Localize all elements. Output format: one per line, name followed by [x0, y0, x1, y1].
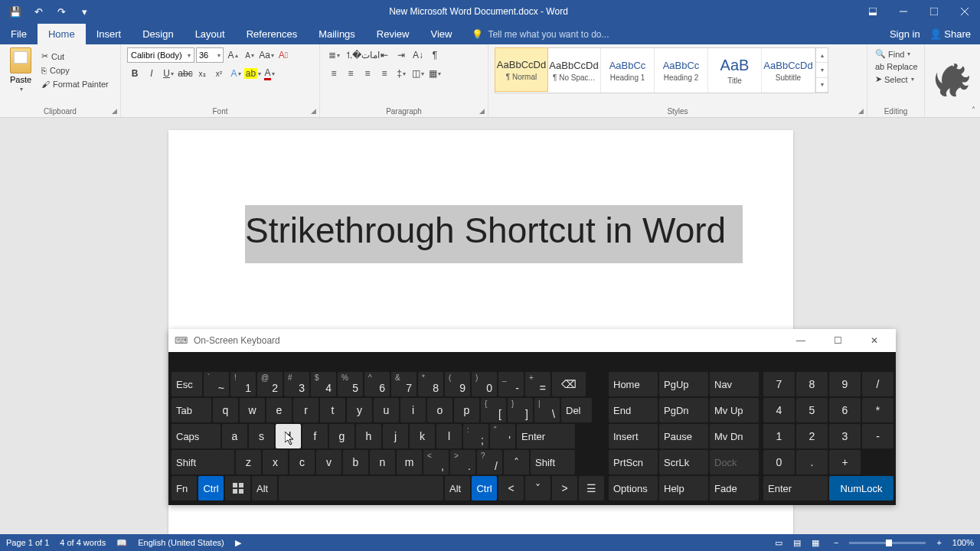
tab-insert[interactable]: Insert	[86, 24, 132, 44]
language-status[interactable]: English (United States)	[138, 538, 224, 547]
key-~[interactable]: `~	[204, 372, 229, 396]
key-space[interactable]	[279, 476, 443, 500]
key-caps[interactable]: Caps	[172, 424, 220, 448]
key-2[interactable]: @2	[257, 372, 283, 396]
key-g[interactable]: g	[329, 424, 354, 448]
line-spacing-button[interactable]: ‡▾	[394, 66, 409, 81]
styles-launcher[interactable]: ◢	[858, 107, 864, 115]
print-layout-button[interactable]: ▤	[789, 536, 805, 549]
share-button[interactable]: 👤 Share	[929, 28, 971, 40]
key-j[interactable]: j	[383, 424, 408, 448]
key-][interactable]: }]	[508, 398, 533, 422]
bullet-list-button[interactable]: ≣▾	[326, 47, 341, 63]
key-p[interactable]: p	[454, 398, 479, 422]
tab-view[interactable]: View	[420, 24, 462, 44]
key-right[interactable]: >	[552, 476, 577, 500]
style---normal[interactable]: AaBbCcDd¶ Normal	[495, 47, 548, 92]
key-num-.[interactable]: .	[796, 450, 828, 474]
key-options[interactable]: Options	[609, 476, 658, 500]
text-effects-button[interactable]: A▾	[228, 66, 243, 81]
key-backspace[interactable]: ⌫	[552, 372, 586, 396]
osk-close[interactable]: ✕	[859, 329, 890, 352]
key-;[interactable]: :;	[463, 424, 488, 448]
maximize-button[interactable]	[919, 0, 949, 23]
find-button[interactable]: 🔍Find▾	[874, 47, 918, 60]
web-layout-button[interactable]: ▦	[808, 536, 823, 549]
underline-button[interactable]: U▾	[161, 66, 176, 81]
sort-button[interactable]: A↓	[410, 47, 426, 63]
key-5[interactable]: %5	[338, 372, 363, 396]
qat-undo[interactable]: ↶	[29, 2, 47, 21]
key-num-0[interactable]: 0	[763, 450, 795, 474]
style-subtitle[interactable]: AaBbCcDdSubtitle	[762, 48, 815, 93]
macro-icon[interactable]: ▶	[235, 538, 241, 548]
align-right-button[interactable]: ≡	[360, 66, 375, 81]
key-/[interactable]: ?/	[477, 450, 502, 474]
copy-button[interactable]: ⎘Copy	[38, 64, 112, 77]
minimize-button[interactable]	[888, 0, 919, 23]
select-button[interactable]: ➤Select▾	[874, 73, 918, 86]
tab-layout[interactable]: Layout	[185, 24, 236, 44]
key-y[interactable]: y	[347, 398, 372, 422]
key-help[interactable]: Help	[659, 476, 708, 500]
key-t[interactable]: t	[320, 398, 345, 422]
gallery-up[interactable]: ▴	[816, 48, 828, 63]
key-shift-r[interactable]: Shift	[531, 450, 575, 474]
read-mode-button[interactable]: ▭	[771, 536, 786, 549]
ribbon-display-options-icon[interactable]	[858, 0, 888, 23]
key-insert[interactable]: Insert	[609, 424, 658, 448]
replace-button[interactable]: abReplace	[874, 60, 918, 73]
key-n[interactable]: n	[370, 450, 395, 474]
key-l[interactable]: l	[436, 424, 462, 448]
key-k[interactable]: k	[410, 424, 435, 448]
tab-home[interactable]: Home	[38, 24, 86, 44]
format-painter-button[interactable]: 🖌Format Painter	[38, 78, 112, 90]
strikethrough-button[interactable]: abc	[178, 66, 193, 81]
italic-button[interactable]: I	[144, 66, 159, 81]
key-'[interactable]: "'	[490, 424, 515, 448]
key-left[interactable]: <	[498, 476, 524, 500]
key-m[interactable]: m	[397, 450, 422, 474]
key-num-+[interactable]: +	[829, 450, 861, 474]
font-name-combo[interactable]: Calibri (Body)▾	[127, 47, 194, 63]
key-0[interactable]: )0	[472, 372, 497, 396]
font-launcher[interactable]: ◢	[311, 107, 316, 115]
key-d[interactable]: d	[276, 424, 301, 448]
key-shift-l[interactable]: Shift	[172, 450, 234, 474]
highlight-button[interactable]: ab▾	[245, 66, 260, 81]
key-del[interactable]: Del	[561, 398, 592, 422]
font-size-combo[interactable]: 36▾	[196, 47, 224, 63]
bold-button[interactable]: B	[127, 66, 142, 81]
shading-button[interactable]: ◫▾	[410, 66, 426, 81]
key-scrlk[interactable]: ScrLk	[659, 450, 708, 474]
sign-in-link[interactable]: Sign in	[890, 28, 920, 40]
key-pgup[interactable]: PgUp	[659, 372, 708, 396]
key-num-/[interactable]: /	[862, 372, 893, 396]
key-enter[interactable]: Enter	[517, 424, 575, 448]
key-num-8[interactable]: 8	[796, 372, 828, 396]
tab-design[interactable]: Design	[132, 24, 184, 44]
key-[[interactable]: {[	[481, 398, 506, 422]
zoom-level[interactable]: 100%	[952, 538, 974, 547]
osk-maximize[interactable]: ☐	[822, 329, 853, 352]
grow-font-button[interactable]: A▴	[225, 47, 240, 63]
key-num-NumLock[interactable]: NumLock	[829, 476, 893, 500]
collapse-ribbon-button[interactable]: ˄	[972, 106, 975, 114]
key-win[interactable]	[225, 476, 250, 500]
key-.[interactable]: >.	[450, 450, 475, 474]
key-=[interactable]: +=	[525, 372, 550, 396]
superscript-button[interactable]: x²	[211, 66, 227, 81]
key-mvdn[interactable]: Mv Dn	[710, 424, 759, 448]
increase-indent-button[interactable]: ⇥	[394, 47, 409, 63]
multilevel-list-button[interactable]: �امات▾	[360, 47, 375, 63]
subscript-button[interactable]: x₂	[194, 66, 210, 81]
close-button[interactable]	[949, 0, 980, 23]
key-num-3[interactable]: 3	[829, 424, 861, 448]
key-down[interactable]: ˅	[525, 476, 550, 500]
key-tab[interactable]: Tab	[172, 398, 211, 422]
key-num-6[interactable]: 6	[829, 398, 861, 422]
key-ctrl-l[interactable]: Ctrl	[198, 476, 224, 500]
tab-mailings[interactable]: Mailings	[308, 24, 366, 44]
key-num-4[interactable]: 4	[763, 398, 795, 422]
clipboard-launcher[interactable]: ◢	[112, 107, 117, 115]
